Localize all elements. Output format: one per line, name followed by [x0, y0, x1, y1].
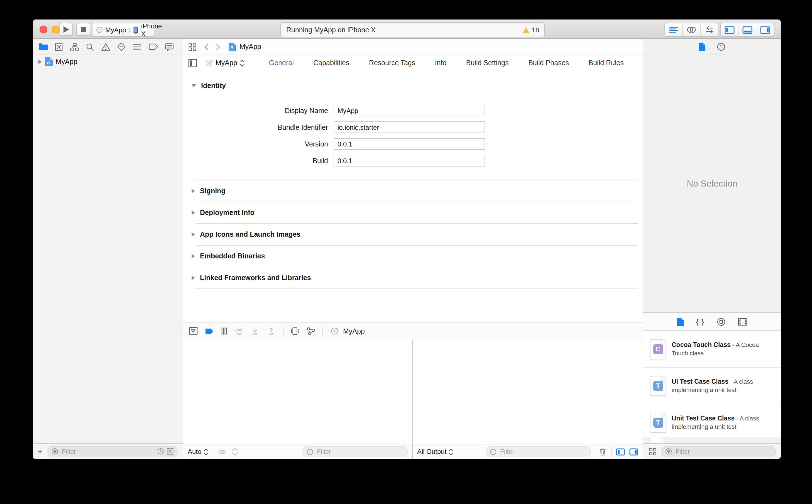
variables-filter-field[interactable]: [302, 446, 408, 457]
collapsed-section-title: Linked Frameworks and Libraries: [200, 274, 311, 282]
disclosure-open-icon[interactable]: [192, 84, 196, 87]
hide-debug-area-icon[interactable]: [189, 327, 198, 335]
back-button[interactable]: [204, 43, 209, 50]
editor-tab[interactable]: Info: [435, 59, 447, 67]
library-item[interactable]: T UI Test Case Class - A class implement…: [643, 368, 781, 404]
scheme-selector[interactable]: MyApp 〉 iPhone X: [92, 23, 154, 37]
scheme-app-icon: [96, 26, 103, 33]
collapsed-section-header[interactable]: App Icons and Launch Images: [183, 224, 643, 245]
library-item[interactable]: C Cocoa Touch Class - A Cocoa Touch clas…: [643, 331, 781, 368]
editor-tab[interactable]: Build Settings: [466, 59, 509, 67]
collapsed-section-header[interactable]: Linked Frameworks and Libraries: [183, 267, 643, 288]
step-out-icon[interactable]: [267, 327, 276, 335]
source-control-status-icon[interactable]: [167, 448, 174, 455]
test-navigator-icon[interactable]: [117, 42, 126, 51]
navigator-filter-input[interactable]: [61, 447, 155, 455]
disclosure-triangle-icon[interactable]: [38, 60, 42, 64]
field-input[interactable]: [334, 138, 485, 150]
console-view-toggle-icon[interactable]: [629, 448, 638, 455]
issue-navigator-icon[interactable]: [101, 43, 110, 51]
debug-area-toggle-button[interactable]: [738, 23, 756, 36]
symbol-navigator-icon[interactable]: [70, 43, 79, 51]
minimize-window-button[interactable]: [52, 26, 60, 33]
file-template-library-icon[interactable]: [676, 317, 684, 326]
standard-editor-button[interactable]: [665, 23, 682, 36]
variables-view-toggle-icon[interactable]: [616, 448, 625, 455]
target-selector[interactable]: MyApp: [205, 59, 244, 67]
library-filter-field[interactable]: [661, 446, 776, 457]
related-items-icon[interactable]: [188, 43, 197, 51]
standard-editor-icon: [669, 26, 678, 34]
assistant-editor-icon: [687, 26, 696, 33]
activity-viewer[interactable]: Running MyApp on iPhone X 18: [280, 22, 545, 37]
section-separator: [195, 288, 638, 289]
breakpoint-navigator-icon[interactable]: [148, 43, 158, 50]
recent-files-clock-icon[interactable]: [157, 448, 164, 455]
console-filter-field[interactable]: [486, 446, 591, 457]
run-button[interactable]: [59, 23, 73, 36]
field-input[interactable]: [334, 121, 485, 133]
add-button[interactable]: +: [33, 447, 47, 456]
field-input[interactable]: [334, 105, 485, 116]
utilities-toggle-button[interactable]: [756, 23, 774, 36]
source-control-navigator-icon[interactable]: [55, 43, 63, 51]
forward-button[interactable]: [216, 43, 221, 50]
editor-tab[interactable]: Build Phases: [528, 59, 569, 67]
debug-navigator-icon[interactable]: [133, 43, 142, 50]
variables-view-content[interactable]: [183, 340, 412, 444]
project-row[interactable]: A MyApp: [33, 55, 183, 68]
view-debugger-icon[interactable]: [291, 327, 299, 335]
help-inspector-icon[interactable]: ?: [717, 42, 726, 51]
editor-tab[interactable]: General: [269, 59, 294, 67]
quicklook-eye-icon[interactable]: [217, 448, 226, 455]
navigator-filter-field[interactable]: [47, 446, 178, 457]
form-row: Display Name: [183, 105, 643, 116]
collapsed-section-title: Deployment Info: [200, 209, 255, 217]
disclosure-closed-icon[interactable]: [192, 254, 195, 258]
variables-scope-label[interactable]: Auto: [188, 448, 201, 456]
report-navigator-icon[interactable]: [165, 43, 174, 51]
clear-console-trash-icon[interactable]: [599, 447, 606, 456]
console-scope-label[interactable]: All Output: [417, 448, 446, 456]
library-grid-icon[interactable]: [649, 447, 657, 455]
disclosure-closed-icon[interactable]: [192, 211, 195, 215]
editor-sidebar-toggle-icon[interactable]: [188, 59, 197, 67]
field-input[interactable]: [334, 155, 485, 167]
console-filter-input[interactable]: [499, 448, 587, 456]
close-window-button[interactable]: [40, 26, 47, 33]
editor-tab[interactable]: Capabilities: [313, 59, 349, 67]
pause-icon[interactable]: [221, 327, 227, 335]
collapsed-section-header[interactable]: Signing: [183, 180, 643, 202]
info-icon[interactable]: [231, 448, 239, 456]
library-item[interactable]: T Unit Test Case Class - A class impleme…: [643, 404, 781, 437]
disclosure-closed-icon[interactable]: [192, 276, 195, 280]
variables-filter-input[interactable]: [316, 448, 404, 456]
file-inspector-icon[interactable]: [698, 42, 706, 51]
step-into-icon[interactable]: [251, 327, 260, 335]
media-library-icon[interactable]: [738, 318, 748, 326]
collapsed-section-header[interactable]: Deployment Info: [183, 202, 643, 223]
project-navigator-icon[interactable]: [38, 43, 48, 51]
editor-tab[interactable]: Resource Tags: [369, 59, 415, 67]
memory-graph-icon[interactable]: [306, 327, 315, 335]
navigator-toggle-button[interactable]: [721, 23, 738, 36]
code-snippet-library-icon[interactable]: { }: [696, 318, 705, 326]
console-view-content[interactable]: [413, 340, 643, 444]
assistant-editor-button[interactable]: [682, 23, 700, 36]
identity-section-header[interactable]: Identity: [183, 80, 643, 91]
find-navigator-icon[interactable]: [86, 43, 94, 51]
disclosure-closed-icon[interactable]: [192, 232, 195, 237]
collapsed-section-header[interactable]: Embedded Binaries: [183, 246, 643, 267]
breakpoints-icon[interactable]: [205, 328, 214, 334]
step-over-icon[interactable]: [234, 327, 243, 335]
stop-button[interactable]: [76, 23, 90, 36]
editor-tab[interactable]: Build Rules: [589, 59, 624, 67]
panel-toggle-buttons: [720, 23, 774, 37]
scheme-device-label: iPhone X: [141, 22, 162, 38]
warning-count-badge[interactable]: 18: [522, 26, 539, 34]
version-editor-button[interactable]: [700, 23, 718, 36]
object-library-icon[interactable]: [717, 317, 726, 326]
library-filter-input[interactable]: [674, 447, 772, 455]
disclosure-closed-icon[interactable]: [192, 189, 195, 193]
jump-file-label[interactable]: MyApp: [239, 43, 261, 51]
